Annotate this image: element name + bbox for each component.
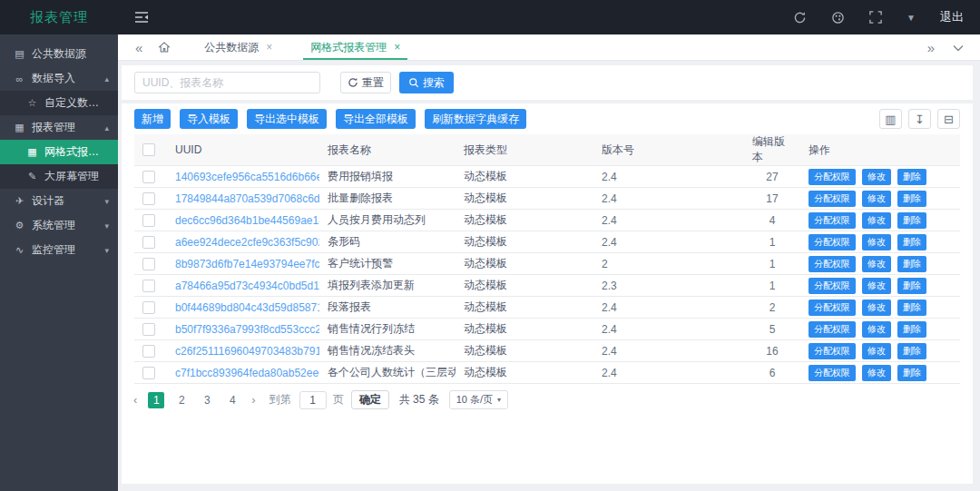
row-action-button[interactable]: 删除 [897, 212, 926, 229]
collapse-sidebar-icon[interactable] [134, 11, 149, 24]
export-icon[interactable]: ↧ [908, 109, 931, 129]
row-action-button[interactable]: 修改 [862, 191, 891, 207]
row-action-button[interactable]: 删除 [897, 169, 926, 185]
prev-page-button[interactable]: ‹ [127, 393, 143, 407]
jump-page-input[interactable] [299, 391, 327, 409]
row-action-button[interactable]: 删除 [897, 234, 926, 250]
row-action-button[interactable]: 删除 [897, 343, 926, 359]
refresh-icon[interactable] [793, 11, 807, 25]
logout-button[interactable]: 退出 [940, 9, 964, 25]
next-page-button[interactable]: › [245, 393, 261, 407]
row-action-button[interactable]: 修改 [862, 343, 891, 359]
uuid-link[interactable]: 140693cefe956ca5516d6b66e2... [175, 171, 319, 183]
select-all-checkbox[interactable] [142, 143, 155, 156]
row-checkbox[interactable] [142, 214, 155, 227]
row-action-button[interactable]: 修改 [862, 278, 891, 294]
row-action-button[interactable]: 分配权限 [808, 278, 856, 294]
row-checkbox[interactable] [142, 323, 155, 336]
row-checkbox[interactable] [142, 171, 155, 183]
tabs-menu-icon[interactable] [953, 39, 964, 55]
sidebar-item[interactable]: ▦网格式报表管理 [0, 140, 118, 164]
theme-icon[interactable] [831, 11, 845, 25]
edit-version-cell: 4 [744, 210, 800, 231]
row-action-button[interactable]: 修改 [862, 212, 891, 229]
row-action-button[interactable]: 分配权限 [808, 321, 856, 338]
sidebar-item[interactable]: ▤公共数据源 [0, 42, 118, 66]
close-tab-icon[interactable]: × [394, 41, 400, 54]
row-action-button[interactable]: 修改 [862, 321, 891, 338]
version-cell: 2.4 [593, 166, 744, 188]
row-action-button[interactable]: 分配权限 [808, 234, 856, 250]
row-action-button[interactable]: 修改 [862, 169, 891, 185]
reset-button[interactable]: 重置 [340, 72, 391, 93]
row-checkbox[interactable] [142, 280, 155, 292]
row-action-button[interactable]: 分配权限 [808, 169, 856, 185]
row-checkbox[interactable] [142, 345, 155, 358]
row-action-button[interactable]: 修改 [862, 365, 891, 381]
page-size-select[interactable]: 10 条/页 ▾ [449, 390, 508, 409]
row-checkbox[interactable] [142, 192, 155, 205]
sidebar-item[interactable]: ✈设计器▾ [0, 189, 118, 213]
toolbar-action-button[interactable]: 导出全部模板 [336, 109, 416, 129]
sidebar-item[interactable]: ✎大屏幕管理 [0, 164, 118, 189]
app-title: 报表管理 [0, 9, 118, 26]
row-action-button[interactable]: 删除 [897, 321, 926, 338]
scroll-tabs-left-button[interactable]: « [127, 34, 151, 60]
row-action-button[interactable]: 分配权限 [808, 343, 856, 359]
page-number-button[interactable]: 1 [148, 392, 164, 408]
sidebar-item[interactable]: ∞数据导入▴ [0, 66, 118, 91]
row-action-button[interactable]: 修改 [862, 256, 891, 272]
uuid-link[interactable]: c7f1bcc893964feda80ab52ee0... [175, 367, 319, 379]
row-action-button[interactable]: 分配权限 [808, 212, 856, 229]
toolbar-action-button[interactable]: 导出选中模板 [247, 109, 327, 129]
home-icon[interactable] [158, 34, 171, 60]
row-checkbox[interactable] [142, 301, 155, 314]
tab[interactable]: 公共数据源× [201, 34, 276, 60]
uuid-link[interactable]: dec6cc96d364b1be44569ae18... [175, 214, 319, 227]
caret-down-icon[interactable]: ▼ [906, 13, 916, 23]
search-button[interactable]: 搜索 [399, 72, 454, 93]
sidebar-item[interactable]: ⚙系统管理▾ [0, 213, 118, 238]
topbar: 报表管理 ▼ 退出 [0, 0, 980, 34]
close-tab-icon[interactable]: × [266, 41, 272, 54]
row-action-button[interactable]: 分配权限 [808, 191, 856, 207]
uuid-link[interactable]: b0f44689bd804c43d59d85871a... [175, 301, 319, 314]
row-action-button[interactable]: 修改 [862, 300, 891, 316]
print-icon[interactable]: ⊟ [937, 109, 960, 129]
row-action-button[interactable]: 分配权限 [808, 256, 856, 272]
tab[interactable]: 网格式报表管理× [307, 34, 404, 60]
sidebar-item[interactable]: ▦报表管理▴ [0, 115, 118, 140]
row-action-button[interactable]: 分配权限 [808, 365, 856, 381]
uuid-link[interactable]: b50f7f9336a7993f8cd553ccc22... [175, 323, 319, 336]
uuid-link[interactable]: c26f25111696049703483b7915... [175, 345, 319, 358]
row-checkbox[interactable] [142, 367, 155, 379]
scroll-tabs-right-button[interactable]: » [927, 40, 935, 55]
row-checkbox[interactable] [142, 236, 155, 249]
sidebar-item[interactable]: ∿监控管理▾ [0, 238, 118, 262]
row-action-button[interactable]: 删除 [897, 256, 926, 272]
row-checkbox[interactable] [142, 258, 155, 270]
row-actions-cell: 分配权限修改删除 [800, 297, 960, 319]
page-number-button[interactable]: 2 [173, 392, 190, 408]
uuid-link[interactable]: 17849844a870a539d7068c6d3... [175, 192, 319, 205]
columns-icon[interactable]: ▥ [879, 109, 902, 129]
row-action-button[interactable]: 删除 [897, 191, 926, 207]
confirm-jump-button[interactable]: 确定 [351, 390, 389, 409]
row-action-button[interactable]: 修改 [862, 234, 891, 250]
fullscreen-icon[interactable] [869, 11, 882, 24]
page-number-button[interactable]: 3 [199, 392, 215, 408]
row-action-button[interactable]: 删除 [897, 300, 926, 316]
toolbar-action-button[interactable]: 新增 [134, 109, 171, 129]
sidebar-item[interactable]: ☆自定义数据导入 [0, 91, 118, 115]
row-actions-cell: 分配权限修改删除 [800, 362, 960, 384]
uuid-link[interactable]: a6ee924dece2cfe9c363f5c902... [175, 236, 319, 249]
row-action-button[interactable]: 分配权限 [808, 300, 856, 316]
uuid-link[interactable]: a78466a95d73c4934c0bd5d11... [175, 280, 319, 292]
toolbar-action-button[interactable]: 导入模板 [180, 109, 238, 129]
uuid-link[interactable]: 8b9873d6fb7e14e93794ee7fc1... [175, 258, 319, 270]
row-action-button[interactable]: 删除 [897, 365, 926, 381]
toolbar-action-button[interactable]: 刷新数据字典缓存 [425, 109, 526, 129]
row-action-button[interactable]: 删除 [897, 278, 926, 294]
search-input[interactable] [134, 72, 320, 93]
page-number-button[interactable]: 4 [224, 392, 240, 408]
